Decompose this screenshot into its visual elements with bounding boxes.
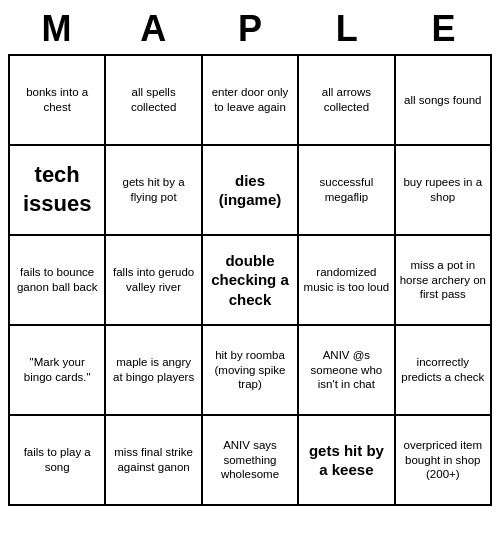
bingo-cell[interactable]: all songs found: [396, 56, 492, 146]
letter-l: L: [303, 8, 391, 50]
bingo-cell[interactable]: "Mark your bingo cards.": [10, 326, 106, 416]
bingo-cell[interactable]: successful megaflip: [299, 146, 395, 236]
bingo-cell[interactable]: ANIV says something wholesome: [203, 416, 299, 506]
bingo-cell[interactable]: all arrows collected: [299, 56, 395, 146]
bingo-cell[interactable]: randomized music is too loud: [299, 236, 395, 326]
bingo-cell[interactable]: miss a pot in horse archery on first pas…: [396, 236, 492, 326]
letter-m: M: [12, 8, 100, 50]
bingo-cell[interactable]: fails to bounce ganon ball back: [10, 236, 106, 326]
bingo-cell[interactable]: hit by roomba (moving spike trap): [203, 326, 299, 416]
bingo-cell[interactable]: buy rupees in a shop: [396, 146, 492, 236]
bingo-cell[interactable]: dies (ingame): [203, 146, 299, 236]
letter-p: P: [206, 8, 294, 50]
bingo-cell[interactable]: maple is angry at bingo players: [106, 326, 202, 416]
bingo-cell[interactable]: gets hit by a flying pot: [106, 146, 202, 236]
bingo-cell[interactable]: all spells collected: [106, 56, 202, 146]
bingo-cell[interactable]: ANIV @s someone who isn't in chat: [299, 326, 395, 416]
bingo-cell[interactable]: miss final strike against ganon: [106, 416, 202, 506]
bingo-grid: bonks into a chestall spells collecteden…: [8, 54, 492, 506]
letter-e: E: [400, 8, 488, 50]
bingo-cell[interactable]: falls into gerudo valley river: [106, 236, 202, 326]
bingo-cell[interactable]: tech issues: [10, 146, 106, 236]
bingo-cell[interactable]: incorrectly predicts a check: [396, 326, 492, 416]
bingo-cell[interactable]: bonks into a chest: [10, 56, 106, 146]
bingo-cell[interactable]: enter door only to leave again: [203, 56, 299, 146]
bingo-cell[interactable]: fails to play a song: [10, 416, 106, 506]
bingo-cell[interactable]: overpriced item bought in shop (200+): [396, 416, 492, 506]
bingo-cell[interactable]: gets hit by a keese: [299, 416, 395, 506]
bingo-cell[interactable]: double checking a check: [203, 236, 299, 326]
letter-a: A: [109, 8, 197, 50]
bingo-title: M A P L E: [8, 8, 492, 50]
